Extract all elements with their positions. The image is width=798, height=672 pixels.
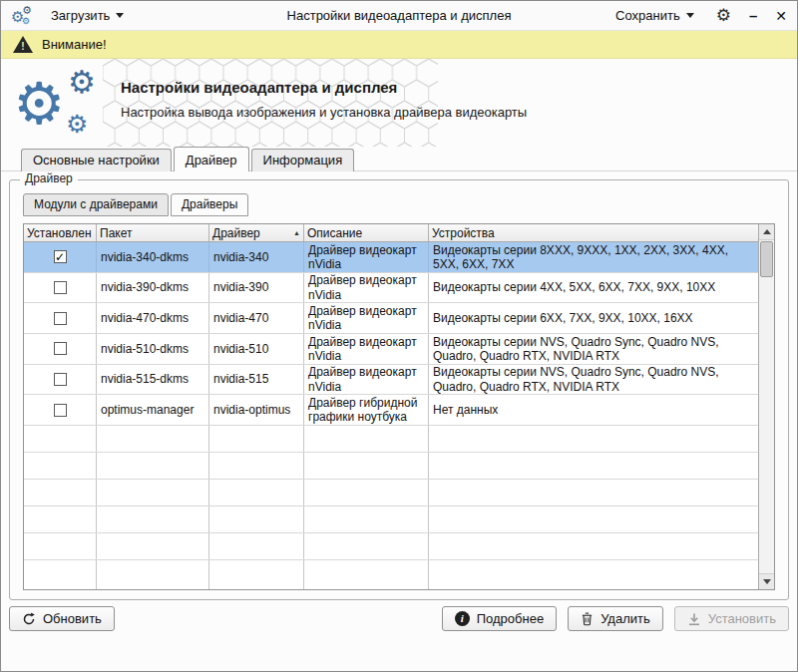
empty-cell xyxy=(24,506,97,532)
minimize-button[interactable]: – xyxy=(749,8,757,23)
delete-button[interactable]: Удалить xyxy=(568,606,663,631)
app-gears-icon: ⚙ ⚙ ⚙ xyxy=(11,4,37,28)
load-menu-button[interactable]: Загрузить xyxy=(47,5,128,26)
package-cell[interactable]: nvidia-510-dkms xyxy=(97,334,209,364)
details-button[interactable]: i Подробнее xyxy=(442,606,557,631)
save-menu-label: Сохранить xyxy=(615,8,680,23)
close-button[interactable]: ✕ xyxy=(775,9,787,23)
empty-cell xyxy=(304,560,429,589)
table-row[interactable]: ✓nvidia-340-dkmsnvidia-340Драйвер видеок… xyxy=(24,242,758,273)
description-cell[interactable]: Драйвер видеокарт nVidia xyxy=(304,303,429,333)
empty-cell xyxy=(97,506,209,532)
trash-icon xyxy=(581,611,594,626)
empty-cell xyxy=(97,453,209,479)
table-row[interactable]: nvidia-390-dkmsnvidia-390Драйвер видеока… xyxy=(24,273,758,304)
tab-driver-modules[interactable]: Модули с драйверами xyxy=(23,193,169,216)
table-row[interactable]: nvidia-470-dkmsnvidia-470Драйвер видеока… xyxy=(24,303,758,334)
scroll-up-button[interactable] xyxy=(759,224,774,240)
column-label: Описание xyxy=(307,226,362,240)
driver-cell[interactable]: nvidia-340 xyxy=(209,242,304,272)
page-subtitle: Настройка вывода изображения и установка… xyxy=(121,105,527,120)
package-cell[interactable]: optimus-manager xyxy=(97,395,209,425)
description-cell[interactable]: Драйвер гибридной графики ноутбука xyxy=(304,395,429,425)
installed-cell xyxy=(24,334,97,364)
chevron-down-icon xyxy=(116,13,124,18)
installed-checkbox[interactable] xyxy=(54,404,67,417)
driver-cell[interactable]: nvidia-510 xyxy=(209,334,304,364)
devices-cell[interactable]: Видеокарты серии NVS, Quadro Sync, Quadr… xyxy=(429,334,758,364)
installed-checkbox[interactable]: ✓ xyxy=(54,250,67,263)
column-label: Устройства xyxy=(432,226,495,240)
table-row-empty xyxy=(24,533,758,560)
empty-cell xyxy=(209,453,304,479)
gear-icon: ⚙ xyxy=(68,67,96,98)
settings-gear-button[interactable]: ⚙ xyxy=(716,7,731,24)
table-row[interactable]: optimus-managernvidia-optimusДрайвер гиб… xyxy=(24,395,758,426)
column-header-driver[interactable]: Драйвер ▲ xyxy=(209,224,304,241)
gear-icon: ⚙ xyxy=(13,75,65,133)
drivers-table: Установлен Пакет Драйвер ▲ Описание Устр… xyxy=(23,223,775,590)
column-header-installed[interactable]: Установлен xyxy=(24,224,97,241)
table-row-empty xyxy=(24,506,758,533)
package-cell[interactable]: nvidia-470-dkms xyxy=(97,303,209,333)
install-button[interactable]: Установить xyxy=(674,606,789,631)
devices-cell[interactable]: Видеокарты серии 8XXX, 9XXX, 1XX, 2XX, 3… xyxy=(429,242,758,272)
empty-cell xyxy=(429,506,758,532)
column-header-description[interactable]: Описание xyxy=(304,224,429,241)
tab-information[interactable]: Информация xyxy=(251,149,355,171)
column-label: Установлен xyxy=(27,226,92,240)
driver-tabbar: Модули с драйверами Драйверы xyxy=(23,193,250,216)
gears-illustration: ⚙ ⚙ ⚙ xyxy=(13,65,119,147)
window: ⚙ ⚙ ⚙ Загрузить Настройки видеоадаптера … xyxy=(0,0,798,672)
refresh-button[interactable]: Обновить xyxy=(9,606,115,631)
empty-cell xyxy=(429,533,758,559)
package-cell[interactable]: nvidia-390-dkms xyxy=(97,273,209,303)
tab-driver[interactable]: Драйвер xyxy=(174,147,249,171)
empty-cell xyxy=(97,533,209,559)
installed-cell xyxy=(24,303,97,333)
installed-checkbox[interactable] xyxy=(54,281,67,294)
column-header-devices[interactable]: Устройства xyxy=(429,224,758,241)
vertical-scrollbar[interactable] xyxy=(758,224,774,589)
package-cell[interactable]: nvidia-340-dkms xyxy=(97,242,209,272)
install-icon xyxy=(687,612,701,626)
description-cell[interactable]: Драйвер видеокарт nVidia xyxy=(304,273,429,303)
devices-cell[interactable]: Видеокарты серии 6XX, 7XX, 9XX, 10XX, 16… xyxy=(429,303,758,333)
package-cell[interactable]: nvidia-515-dkms xyxy=(97,365,209,395)
installed-checkbox[interactable] xyxy=(54,342,67,355)
devices-cell[interactable]: Видеокарты серии NVS, Quadro Sync, Quadr… xyxy=(429,365,758,395)
driver-cell[interactable]: nvidia-390 xyxy=(209,273,304,303)
scrollbar-thumb[interactable] xyxy=(760,241,773,277)
installed-cell xyxy=(24,273,97,303)
save-menu-button[interactable]: Сохранить xyxy=(611,5,698,26)
installed-cell xyxy=(24,395,97,425)
action-bar: Обновить i Подробнее Удалить xyxy=(9,606,789,631)
driver-cell[interactable]: nvidia-optimus xyxy=(209,395,304,425)
driver-cell[interactable]: nvidia-515 xyxy=(209,365,304,395)
installed-checkbox[interactable] xyxy=(54,312,67,325)
installed-checkbox[interactable] xyxy=(54,373,67,386)
table-row[interactable]: nvidia-510-dkmsnvidia-510Драйвер видеока… xyxy=(24,334,758,365)
hexagon-pattern xyxy=(103,59,438,147)
column-header-package[interactable]: Пакет xyxy=(97,224,209,241)
empty-cell xyxy=(304,426,429,452)
installed-cell xyxy=(24,365,97,395)
chevron-down-icon xyxy=(686,13,694,18)
empty-cell xyxy=(429,453,758,479)
table-row-empty xyxy=(24,480,758,506)
tab-main-settings[interactable]: Основные настройки xyxy=(21,149,172,171)
refresh-label: Обновить xyxy=(43,611,102,626)
driver-cell[interactable]: nvidia-470 xyxy=(209,303,304,333)
empty-cell xyxy=(24,453,97,479)
description-cell[interactable]: Драйвер видеокарт nVidia xyxy=(304,242,429,272)
description-cell[interactable]: Драйвер видеокарт nVidia xyxy=(304,365,429,395)
devices-cell[interactable]: Нет данных xyxy=(429,395,758,425)
tab-drivers[interactable]: Драйверы xyxy=(171,193,248,216)
table-row[interactable]: nvidia-515-dkmsnvidia-515Драйвер видеока… xyxy=(24,365,758,396)
column-label: Пакет xyxy=(100,226,132,240)
description-cell[interactable]: Драйвер видеокарт nVidia xyxy=(304,334,429,364)
delete-label: Удалить xyxy=(600,611,650,626)
scroll-down-button[interactable] xyxy=(759,573,774,589)
devices-cell[interactable]: Видеокарты серии 4XX, 5XX, 6XX, 7XX, 9XX… xyxy=(429,273,758,303)
table-filler xyxy=(24,560,758,589)
